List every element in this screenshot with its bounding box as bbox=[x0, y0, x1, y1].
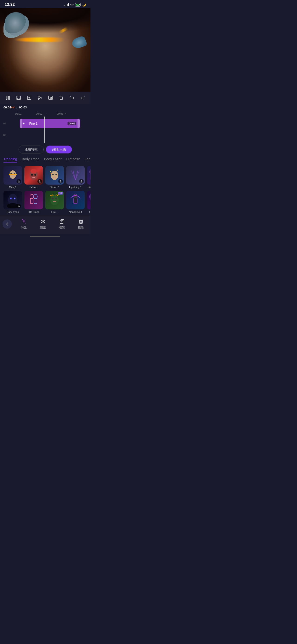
svg-point-31 bbox=[55, 174, 57, 175]
effect-thumb-fire1-row2: AD bbox=[45, 191, 64, 210]
svg-point-32 bbox=[51, 173, 51, 174]
svg-point-54 bbox=[42, 221, 44, 222]
nav-delete[interactable]: 刪除 bbox=[74, 218, 88, 230]
svg-point-52 bbox=[25, 223, 26, 224]
home-indicator bbox=[30, 236, 60, 237]
effect-label-darksmog: Dark smog bbox=[6, 210, 19, 213]
nav-effects-label: 特效 bbox=[21, 226, 27, 230]
effect-flam[interactable]: Flam bbox=[87, 191, 90, 213]
effect-thumb-bodym bbox=[87, 166, 90, 184]
effect-90sclone[interactable]: 90s Clone bbox=[24, 191, 43, 213]
video-preview bbox=[0, 8, 90, 92]
effect-lightning1[interactable]: Lightning 1 bbox=[66, 166, 85, 188]
nav-effects[interactable]: 特效 bbox=[17, 218, 31, 230]
general-effects-btn[interactable]: 通用特效 bbox=[18, 146, 44, 154]
filter-section: 通用特效 身體/人臉 Trending Body Trace Body Laze… bbox=[0, 143, 90, 216]
svg-rect-44 bbox=[34, 198, 37, 204]
track-04-content: ✦ Fire 1 00:03 bbox=[8, 119, 89, 128]
effect-clip-fire1[interactable]: ✦ Fire 1 00:03 bbox=[20, 119, 80, 128]
svg-point-23 bbox=[9, 172, 10, 174]
nav-hide[interactable]: 隱藏 bbox=[36, 218, 50, 230]
download-badge-fblur1 bbox=[37, 179, 42, 184]
effect-thumb-neonline4 bbox=[66, 191, 85, 210]
tab-clothes2[interactable]: Clothes2 bbox=[66, 157, 80, 162]
toolbar bbox=[0, 92, 90, 104]
pip-button[interactable] bbox=[47, 94, 54, 101]
tab-body-lazer[interactable]: Body Lazer bbox=[44, 157, 62, 162]
svg-point-41 bbox=[30, 194, 34, 199]
clip-handle-right[interactable] bbox=[77, 119, 80, 128]
svg-rect-42 bbox=[30, 198, 33, 204]
effect-label-lightning1: Lightning 1 bbox=[69, 186, 82, 188]
effect-label-neonline4: NeonLine 4 bbox=[69, 210, 82, 213]
track-03-content bbox=[8, 130, 89, 140]
timeline-section: 00:0203f / 00:03 00:01 00:02 00:03 • • 0… bbox=[0, 104, 90, 143]
redo-button[interactable] bbox=[79, 94, 86, 101]
svg-point-24 bbox=[11, 172, 11, 172]
crop-button[interactable] bbox=[15, 94, 22, 101]
effect-label-fblur1: F-Blur1 bbox=[29, 186, 38, 188]
track-04: 04 ✦ Fire 1 00:03 bbox=[0, 118, 90, 129]
timeline-playhead bbox=[44, 116, 44, 143]
effect-thumb-darksmog bbox=[3, 191, 22, 210]
svg-point-43 bbox=[34, 194, 37, 199]
effect-thumb-90sclone bbox=[24, 191, 43, 210]
wifi-icon bbox=[70, 3, 74, 6]
hide-icon bbox=[40, 218, 46, 225]
effect-bodym[interactable]: Body m bbox=[87, 166, 90, 188]
clip-name: Fire 1 bbox=[29, 122, 37, 125]
svg-rect-34 bbox=[90, 174, 90, 180]
svg-point-29 bbox=[51, 171, 58, 180]
effect-sticker1[interactable]: Sticker 1 bbox=[45, 166, 64, 188]
delete-icon bbox=[78, 218, 84, 225]
effects-row-1: Mianj1 F-Blur1 bbox=[0, 165, 90, 191]
clip-handle-left[interactable] bbox=[20, 119, 22, 128]
ad-badge-fire1: AD bbox=[58, 192, 63, 194]
download-badge-mianj1 bbox=[16, 179, 21, 184]
effect-fblur1[interactable]: F-Blur1 bbox=[24, 166, 43, 188]
svg-point-19 bbox=[14, 173, 15, 174]
svg-rect-2 bbox=[17, 96, 20, 100]
add-effect-button[interactable] bbox=[26, 94, 32, 101]
track-03: 03 bbox=[0, 129, 90, 141]
effect-neonline4[interactable]: NeonLine 4 bbox=[66, 191, 85, 213]
nav-copy-label: 複製 bbox=[59, 226, 65, 230]
svg-point-45 bbox=[50, 195, 59, 205]
effect-darksmog[interactable]: Dark smog bbox=[3, 191, 22, 213]
effect-label-sticker1: Sticker 1 bbox=[50, 186, 60, 188]
svg-point-30 bbox=[52, 174, 54, 175]
tab-trending[interactable]: Trending bbox=[3, 157, 17, 162]
svg-rect-0 bbox=[6, 96, 7, 100]
effect-label-mianj1: Mianj1 bbox=[9, 186, 16, 188]
tab-body-trace[interactable]: Body Trace bbox=[22, 157, 39, 162]
svg-point-28 bbox=[34, 174, 36, 176]
timeline-current-time: 00:0203f bbox=[3, 106, 15, 109]
undo-button[interactable] bbox=[69, 94, 75, 101]
nav-delete-label: 刪除 bbox=[78, 226, 84, 230]
nav-hide-label: 隱藏 bbox=[40, 226, 46, 230]
delete-button[interactable] bbox=[58, 94, 64, 101]
effect-label-flam: Flam bbox=[89, 210, 90, 213]
svg-point-27 bbox=[31, 174, 33, 176]
tab-face[interactable]: Face bbox=[85, 157, 90, 162]
effect-mianj1[interactable]: Mianj1 bbox=[3, 166, 22, 188]
svg-point-51 bbox=[22, 219, 23, 220]
effect-label-fire1-row2: Fire 1 bbox=[51, 210, 58, 213]
effect-thumb-mianj1 bbox=[3, 166, 22, 184]
pause-button[interactable] bbox=[5, 94, 11, 101]
svg-rect-49 bbox=[73, 198, 77, 204]
download-badge-lightning1 bbox=[79, 179, 84, 184]
effect-label-bodym: Body m bbox=[88, 186, 90, 188]
timeline-track-area[interactable]: 04 ✦ Fire 1 00:03 03 bbox=[0, 116, 90, 143]
timeline-total-time: 00:03 bbox=[19, 106, 27, 109]
scissors-button[interactable] bbox=[37, 94, 43, 101]
body-face-btn[interactable]: 身體/人臉 bbox=[46, 146, 72, 154]
effect-fire1-row2[interactable]: AD Fire 1 bbox=[45, 191, 64, 213]
track-04-label: 04 bbox=[1, 122, 8, 125]
svg-point-50 bbox=[89, 193, 90, 200]
back-button[interactable] bbox=[2, 220, 12, 229]
nav-copy[interactable]: 複製 bbox=[55, 218, 69, 230]
copy-icon bbox=[59, 218, 65, 225]
status-time: 13:32 bbox=[5, 2, 15, 7]
status-icons: 70 🌙 bbox=[64, 3, 86, 6]
